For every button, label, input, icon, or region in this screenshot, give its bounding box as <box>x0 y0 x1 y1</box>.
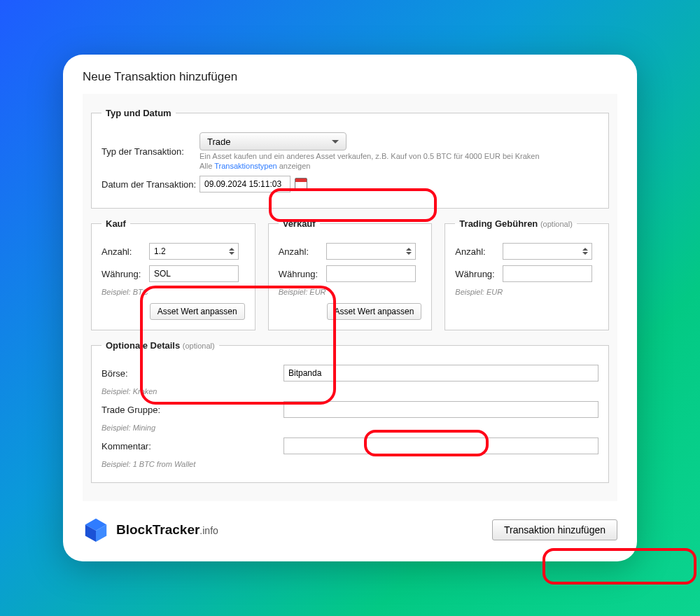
verkauf-anzahl-input[interactable] <box>326 243 416 260</box>
footer: BlockTracker.info Transaktion hinzufügen <box>83 501 617 543</box>
cube-icon <box>83 517 109 543</box>
highlight-annotation <box>542 548 696 584</box>
kommentar-input[interactable] <box>284 438 598 454</box>
verkauf-adjust-button[interactable]: Asset Wert anpassen <box>327 303 422 320</box>
transaction-type-show-all: Alle Transaktionstypen anzeigen <box>200 162 540 170</box>
gebuehren-legend: Trading Gebühren (optional) <box>455 218 576 229</box>
transaction-date-row: Datum der Transaktion: <box>102 176 598 192</box>
kommentar-example: Beispiel: 1 BTC from Wallet <box>102 460 598 468</box>
brand-name: BlockTracker.info <box>116 522 218 538</box>
chevron-down-icon <box>332 140 339 144</box>
gebuehren-fieldset: Trading Gebühren (optional) Anzahl: Währ… <box>444 218 609 330</box>
type-date-fieldset: Typ und Datum Typ der Transaktion: Trade… <box>91 108 609 209</box>
gebuehren-waehrung-input[interactable] <box>503 265 592 282</box>
kauf-example: Beispiel: BTC <box>102 288 245 296</box>
gebuehren-example: Beispiel: EUR <box>455 288 598 296</box>
verkauf-fieldset: Verkauf Anzahl: Währung: Beispiel: EUR A… <box>268 218 433 330</box>
gruppe-input[interactable] <box>284 401 598 418</box>
verkauf-example: Beispiel: EUR <box>279 288 422 296</box>
transaction-date-input[interactable] <box>200 176 290 192</box>
verkauf-anzahl-label: Anzahl: <box>279 246 326 257</box>
trade-columns: Kauf Anzahl: Währung: Beispiel: BTC Asse… <box>91 211 609 333</box>
content-area: Typ und Datum Typ der Transaktion: Trade… <box>83 94 617 501</box>
stepper-icon[interactable] <box>229 245 236 258</box>
gruppe-example: Beispiel: Mining <box>102 424 598 432</box>
kauf-waehrung-label: Währung: <box>102 269 149 279</box>
kauf-legend: Kauf <box>102 218 130 229</box>
transaction-type-label: Typ der Transaktion: <box>102 146 200 157</box>
window-title: Neue Transaktion hinzufügen <box>83 70 617 84</box>
stepper-icon[interactable] <box>406 245 413 258</box>
calendar-icon[interactable] <box>295 178 307 190</box>
kauf-waehrung-input[interactable] <box>149 265 239 282</box>
verkauf-waehrung-input[interactable] <box>326 265 416 282</box>
brand: BlockTracker.info <box>83 517 218 543</box>
kauf-anzahl-input[interactable] <box>149 243 239 260</box>
kauf-anzahl-label: Anzahl: <box>102 246 149 257</box>
boerse-example: Beispiel: Kraken <box>102 387 598 396</box>
boerse-input[interactable] <box>284 365 598 382</box>
stepper-icon[interactable] <box>582 245 589 258</box>
transaction-types-link[interactable]: Transaktionstypen <box>214 162 276 170</box>
transaction-date-label: Datum der Transaktion: <box>102 179 200 190</box>
gebuehren-anzahl-label: Anzahl: <box>455 246 503 257</box>
verkauf-waehrung-label: Währung: <box>279 269 326 279</box>
kauf-fieldset: Kauf Anzahl: Währung: Beispiel: BTC Asse… <box>91 218 255 330</box>
type-date-legend: Typ und Datum <box>102 108 176 118</box>
submit-button[interactable]: Transaktion hinzufügen <box>492 519 617 540</box>
gebuehren-anzahl-input[interactable] <box>503 243 592 260</box>
kommentar-label: Kommentar: <box>102 441 284 451</box>
details-fieldset: Optionale Details (optional) Börse: Beis… <box>91 340 609 483</box>
add-transaction-window: Neue Transaktion hinzufügen Typ und Datu… <box>63 55 637 561</box>
transaction-type-row: Typ der Transaktion: Trade Ein Asset kau… <box>102 132 598 170</box>
transaction-type-helper: Ein Asset kaufen und ein anderes Asset v… <box>200 152 540 160</box>
gruppe-label: Trade Gruppe: <box>102 405 284 415</box>
gebuehren-waehrung-label: Währung: <box>455 269 503 279</box>
kauf-adjust-button[interactable]: Asset Wert anpassen <box>150 303 245 320</box>
verkauf-legend: Verkauf <box>279 218 320 229</box>
boerse-label: Börse: <box>102 368 284 379</box>
details-legend: Optionale Details (optional) <box>102 340 219 351</box>
transaction-type-value: Trade <box>207 136 230 147</box>
transaction-type-select[interactable]: Trade <box>200 132 346 150</box>
